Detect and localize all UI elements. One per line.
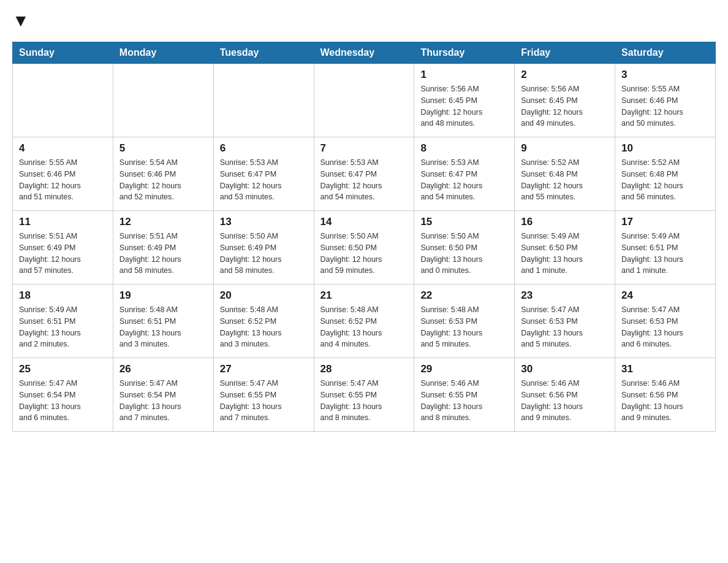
day-number: 2 (521, 69, 609, 81)
calendar-cell (213, 64, 314, 137)
calendar-cell: 12Sunrise: 5:51 AM Sunset: 6:49 PM Dayli… (113, 211, 213, 285)
day-info: Sunrise: 5:55 AM Sunset: 6:46 PM Dayligh… (19, 157, 107, 203)
day-info: Sunrise: 5:51 AM Sunset: 6:49 PM Dayligh… (19, 231, 107, 277)
calendar-cell: 23Sunrise: 5:47 AM Sunset: 6:53 PM Dayli… (515, 285, 615, 358)
day-info: Sunrise: 5:53 AM Sunset: 6:47 PM Dayligh… (220, 157, 308, 203)
calendar-cell: 13Sunrise: 5:50 AM Sunset: 6:49 PM Dayli… (213, 211, 314, 285)
calendar-week-2: 4Sunrise: 5:55 AM Sunset: 6:46 PM Daylig… (13, 137, 716, 211)
calendar-cell: 21Sunrise: 5:48 AM Sunset: 6:52 PM Dayli… (314, 285, 414, 358)
calendar-cell: 10Sunrise: 5:52 AM Sunset: 6:48 PM Dayli… (615, 137, 716, 211)
calendar-cell: 4Sunrise: 5:55 AM Sunset: 6:46 PM Daylig… (13, 137, 113, 211)
day-number: 25 (19, 363, 107, 375)
day-info: Sunrise: 5:52 AM Sunset: 6:48 PM Dayligh… (521, 157, 609, 203)
day-number: 30 (521, 363, 609, 375)
calendar-header-tuesday: Tuesday (213, 42, 314, 64)
calendar-cell: 2Sunrise: 5:56 AM Sunset: 6:45 PM Daylig… (515, 64, 615, 137)
day-info: Sunrise: 5:53 AM Sunset: 6:47 PM Dayligh… (320, 157, 408, 203)
calendar-week-4: 18Sunrise: 5:49 AM Sunset: 6:51 PM Dayli… (13, 285, 716, 358)
calendar-cell: 14Sunrise: 5:50 AM Sunset: 6:50 PM Dayli… (314, 211, 414, 285)
day-info: Sunrise: 5:51 AM Sunset: 6:49 PM Dayligh… (119, 231, 207, 277)
day-info: Sunrise: 5:56 AM Sunset: 6:45 PM Dayligh… (420, 83, 508, 129)
day-info: Sunrise: 5:49 AM Sunset: 6:50 PM Dayligh… (521, 231, 609, 277)
day-info: Sunrise: 5:48 AM Sunset: 6:53 PM Dayligh… (420, 304, 508, 350)
day-info: Sunrise: 5:49 AM Sunset: 6:51 PM Dayligh… (621, 231, 709, 277)
day-info: Sunrise: 5:54 AM Sunset: 6:46 PM Dayligh… (119, 157, 207, 203)
calendar-cell: 11Sunrise: 5:51 AM Sunset: 6:49 PM Dayli… (13, 211, 113, 285)
day-info: Sunrise: 5:48 AM Sunset: 6:52 PM Dayligh… (220, 304, 308, 350)
day-number: 27 (220, 363, 308, 375)
calendar-cell: 9Sunrise: 5:52 AM Sunset: 6:48 PM Daylig… (515, 137, 615, 211)
calendar-cell (314, 64, 414, 137)
calendar-cell: 22Sunrise: 5:48 AM Sunset: 6:53 PM Dayli… (414, 285, 515, 358)
day-info: Sunrise: 5:48 AM Sunset: 6:51 PM Dayligh… (119, 304, 207, 350)
day-number: 16 (521, 216, 609, 228)
day-number: 28 (320, 363, 408, 375)
day-info: Sunrise: 5:49 AM Sunset: 6:51 PM Dayligh… (19, 304, 107, 350)
calendar-cell: 17Sunrise: 5:49 AM Sunset: 6:51 PM Dayli… (615, 211, 716, 285)
day-info: Sunrise: 5:48 AM Sunset: 6:52 PM Dayligh… (320, 304, 408, 350)
day-number: 6 (220, 142, 308, 155)
day-info: Sunrise: 5:46 AM Sunset: 6:56 PM Dayligh… (521, 378, 609, 424)
calendar-header-wednesday: Wednesday (314, 42, 414, 64)
day-number: 29 (420, 363, 508, 375)
day-info: Sunrise: 5:47 AM Sunset: 6:54 PM Dayligh… (19, 378, 107, 424)
page-header: ▼ (12, 12, 716, 29)
calendar-week-3: 11Sunrise: 5:51 AM Sunset: 6:49 PM Dayli… (13, 211, 716, 285)
calendar-cell: 7Sunrise: 5:53 AM Sunset: 6:47 PM Daylig… (314, 137, 414, 211)
day-info: Sunrise: 5:47 AM Sunset: 6:55 PM Dayligh… (220, 378, 308, 424)
day-number: 19 (119, 289, 207, 302)
calendar-week-5: 25Sunrise: 5:47 AM Sunset: 6:54 PM Dayli… (13, 358, 716, 432)
logo-general-line: ▼ (12, 12, 29, 29)
day-info: Sunrise: 5:50 AM Sunset: 6:50 PM Dayligh… (420, 231, 508, 277)
calendar-cell: 30Sunrise: 5:46 AM Sunset: 6:56 PM Dayli… (515, 358, 615, 432)
calendar-cell: 6Sunrise: 5:53 AM Sunset: 6:47 PM Daylig… (213, 137, 314, 211)
calendar-header-saturday: Saturday (615, 42, 716, 64)
calendar-header-thursday: Thursday (414, 42, 515, 64)
calendar-table: SundayMondayTuesdayWednesdayThursdayFrid… (12, 42, 716, 432)
calendar-cell: 20Sunrise: 5:48 AM Sunset: 6:52 PM Dayli… (213, 285, 314, 358)
day-number: 10 (621, 142, 709, 155)
day-number: 26 (119, 363, 207, 375)
day-info: Sunrise: 5:47 AM Sunset: 6:55 PM Dayligh… (320, 378, 408, 424)
calendar-cell: 25Sunrise: 5:47 AM Sunset: 6:54 PM Dayli… (13, 358, 113, 432)
day-info: Sunrise: 5:46 AM Sunset: 6:55 PM Dayligh… (420, 378, 508, 424)
day-info: Sunrise: 5:55 AM Sunset: 6:46 PM Dayligh… (621, 83, 709, 129)
calendar-cell: 29Sunrise: 5:46 AM Sunset: 6:55 PM Dayli… (414, 358, 515, 432)
day-number: 13 (220, 216, 308, 228)
calendar-cell: 31Sunrise: 5:46 AM Sunset: 6:56 PM Dayli… (615, 358, 716, 432)
day-info: Sunrise: 5:52 AM Sunset: 6:48 PM Dayligh… (621, 157, 709, 203)
calendar-cell (13, 64, 113, 137)
day-info: Sunrise: 5:47 AM Sunset: 6:53 PM Dayligh… (621, 304, 709, 350)
calendar-cell: 24Sunrise: 5:47 AM Sunset: 6:53 PM Dayli… (615, 285, 716, 358)
day-number: 12 (119, 216, 207, 228)
calendar-cell: 18Sunrise: 5:49 AM Sunset: 6:51 PM Dayli… (13, 285, 113, 358)
calendar-cell: 28Sunrise: 5:47 AM Sunset: 6:55 PM Dayli… (314, 358, 414, 432)
day-number: 3 (621, 69, 709, 81)
calendar-cell: 19Sunrise: 5:48 AM Sunset: 6:51 PM Dayli… (113, 285, 213, 358)
calendar-header-row: SundayMondayTuesdayWednesdayThursdayFrid… (13, 42, 716, 64)
day-number: 22 (420, 289, 508, 302)
day-number: 31 (621, 363, 709, 375)
day-info: Sunrise: 5:46 AM Sunset: 6:56 PM Dayligh… (621, 378, 709, 424)
day-number: 21 (320, 289, 408, 302)
day-info: Sunrise: 5:47 AM Sunset: 6:53 PM Dayligh… (521, 304, 609, 350)
calendar-header-sunday: Sunday (13, 42, 113, 64)
day-info: Sunrise: 5:47 AM Sunset: 6:54 PM Dayligh… (119, 378, 207, 424)
day-number: 1 (420, 69, 508, 81)
calendar-header-monday: Monday (113, 42, 213, 64)
day-number: 11 (19, 216, 107, 228)
day-number: 4 (19, 142, 107, 155)
day-info: Sunrise: 5:56 AM Sunset: 6:45 PM Dayligh… (521, 83, 609, 129)
calendar-cell: 26Sunrise: 5:47 AM Sunset: 6:54 PM Dayli… (113, 358, 213, 432)
day-number: 5 (119, 142, 207, 155)
calendar-cell: 5Sunrise: 5:54 AM Sunset: 6:46 PM Daylig… (113, 137, 213, 211)
calendar-cell: 27Sunrise: 5:47 AM Sunset: 6:55 PM Dayli… (213, 358, 314, 432)
day-number: 23 (521, 289, 609, 302)
calendar-cell: 15Sunrise: 5:50 AM Sunset: 6:50 PM Dayli… (414, 211, 515, 285)
day-number: 24 (621, 289, 709, 302)
day-number: 20 (220, 289, 308, 302)
calendar-cell (113, 64, 213, 137)
day-number: 9 (521, 142, 609, 155)
logo: ▼ (12, 12, 29, 29)
calendar-cell: 8Sunrise: 5:53 AM Sunset: 6:47 PM Daylig… (414, 137, 515, 211)
